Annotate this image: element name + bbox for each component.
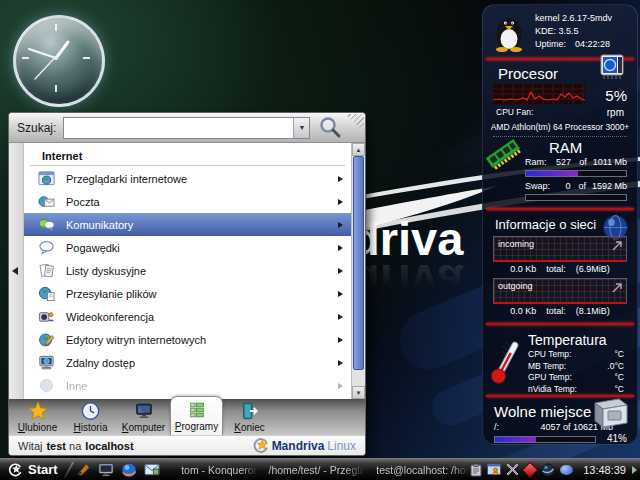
chat-icon <box>38 239 55 256</box>
resize-grip[interactable] <box>340 114 364 136</box>
back-arrow-icon <box>12 267 18 275</box>
cpu-fan-unit: rpm <box>607 107 624 118</box>
incoming-total-label: total: <box>546 264 566 274</box>
ram-used: 527 <box>556 157 571 168</box>
username: test <box>46 440 66 452</box>
ram-section-title: RAM <box>549 139 627 156</box>
tab-programy[interactable]: Programy <box>170 396 223 435</box>
input-tool-icon[interactable] <box>506 463 519 476</box>
submenu-arrow-icon <box>338 337 343 343</box>
search-field[interactable]: ▼ <box>63 117 310 139</box>
task-button-terminal[interactable]: test@localhost: /hom <box>365 459 470 480</box>
clock-face-icon <box>16 18 96 98</box>
outgoing-total-label: total: <box>546 306 566 316</box>
back-navigation-strip[interactable] <box>9 143 24 399</box>
tab-koniec[interactable]: Koniec <box>223 399 276 435</box>
system-tray <box>470 463 573 477</box>
cpu-fan-label: CPU Fan: <box>496 107 533 118</box>
submenu-arrow-icon <box>338 245 343 251</box>
cpu-usage-graph <box>493 84 585 104</box>
tab-ulubione[interactable]: Ulubione <box>11 399 64 435</box>
temp-label: nVidia Temp: <box>528 384 577 396</box>
menu-item-pogawedki[interactable]: Pogawędki <box>24 236 351 259</box>
swap-total: 1592 Mb <box>592 181 627 192</box>
network-status-icon[interactable] <box>560 465 573 475</box>
menu-scrollbar[interactable]: ▲ ▼ <box>351 143 365 399</box>
mandriva-update-icon[interactable] <box>522 461 539 478</box>
swap-label: Swap: <box>525 181 550 192</box>
quick-launch <box>76 462 160 478</box>
menu-item-przegladarki[interactable]: Przeglądarki internetowe <box>24 167 351 190</box>
menu-item-komunikatory[interactable]: Komunikatory <box>24 213 351 236</box>
menu-item-listy-dyskusyjne[interactable]: Listy dyskusyjne <box>24 259 351 282</box>
red-separator <box>486 323 634 325</box>
menu-search-bar: Szukaj: ▼ <box>9 113 365 143</box>
task-button-file-manager[interactable]: /home/test/ - Przegląd <box>258 459 366 480</box>
submenu-arrow-icon <box>338 176 343 182</box>
search-label: Szukaj: <box>17 121 56 135</box>
incoming-rate: 0.0 Kb <box>510 264 536 274</box>
wallpaper-wordmark: driva <box>351 216 463 262</box>
pen-icon[interactable] <box>76 462 91 477</box>
menu-item-przesylanie-plikow[interactable]: Przesyłanie plików <box>24 282 351 305</box>
scrollbar-thumb[interactable] <box>353 156 364 370</box>
tab-historia[interactable]: Historia <box>64 399 117 435</box>
analog-clock-widget <box>13 15 105 107</box>
menu-item-poczta[interactable]: Poczta <box>24 190 351 213</box>
brand-name: Mandriva <box>272 439 325 453</box>
temp-value: .0°C <box>607 361 624 373</box>
network-outgoing-graph: outgoing <box>493 278 627 304</box>
mail-icon <box>38 193 55 210</box>
mail-client-icon[interactable] <box>144 463 160 476</box>
web-browser-icon[interactable] <box>121 462 137 478</box>
uptime-label: Uptime: <box>535 38 566 51</box>
search-input[interactable] <box>64 118 293 138</box>
red-separator <box>486 208 634 210</box>
menu-tab-bar: Ulubione Historia Komputer <box>9 399 365 435</box>
temp-label: CPU Temp: <box>528 349 571 361</box>
mandriva-brand: Mandriva Linux <box>252 438 356 454</box>
taskbar-clock[interactable]: 13:48:39 <box>583 464 626 476</box>
user-session-icon[interactable] <box>487 463 501 476</box>
applications-icon <box>186 400 208 420</box>
menu-list-area: Internet Przeglądarki internetowe <box>9 143 365 399</box>
application-launcher-menu: Szukaj: ▼ Internet Przegląda <box>8 112 366 456</box>
show-desktop-icon[interactable] <box>98 463 114 477</box>
scroll-up-button[interactable]: ▲ <box>352 143 365 156</box>
search-history-dropdown[interactable]: ▼ <box>293 118 309 138</box>
temp-label: GPU Temp: <box>528 372 572 384</box>
disk-used: 4057 <box>540 422 560 432</box>
panel-hide-arrow[interactable] <box>632 466 637 474</box>
menu-item-inne[interactable]: Inne <box>24 374 351 397</box>
disk-label: /: <box>494 421 499 433</box>
tux-penguin-icon <box>493 12 526 52</box>
thermometer-icon <box>488 336 524 388</box>
menu-item-zdalny-dostep[interactable]: Zdalny dostęp <box>24 351 351 374</box>
start-button[interactable]: Start <box>0 459 66 480</box>
menu-item-edytory-witryn[interactable]: Edytory witryn internetowych <box>24 328 351 351</box>
leave-icon <box>239 401 261 421</box>
scroll-down-button[interactable]: ▼ <box>352 386 365 399</box>
globe-tray-icon[interactable] <box>541 463 555 477</box>
search-icon <box>318 115 343 140</box>
clipboard-icon[interactable] <box>470 463 482 477</box>
temp-label: MB Temp: <box>528 361 566 373</box>
network-section: Informacje o sieci incoming 0.0 Kb total… <box>483 217 637 316</box>
disk-of: of <box>563 422 571 432</box>
network-incoming-graph: incoming <box>493 236 627 262</box>
hostname: localhost <box>85 440 133 452</box>
ram-of: of <box>579 157 587 168</box>
outgoing-total: (8.1MiB) <box>576 306 610 316</box>
star-icon <box>27 401 49 421</box>
hard-drive-icon <box>589 395 631 431</box>
disk-percent: 41% <box>601 433 627 444</box>
scrollbar-track[interactable] <box>352 156 365 386</box>
submenu-arrow-icon <box>338 222 343 228</box>
menu-item-wideokonferencja[interactable]: Wideokonferencja <box>24 305 351 328</box>
tab-komputer[interactable]: Komputer <box>117 399 170 435</box>
incoming-total: (6.9MiB) <box>576 264 610 274</box>
wallpaper-wordmark-reflection: driva <box>351 258 463 304</box>
incoming-label: incoming <box>498 239 534 249</box>
task-button-konqueror[interactable]: tom - Konqueror <box>170 459 257 480</box>
submenu-arrow-icon <box>338 291 343 297</box>
